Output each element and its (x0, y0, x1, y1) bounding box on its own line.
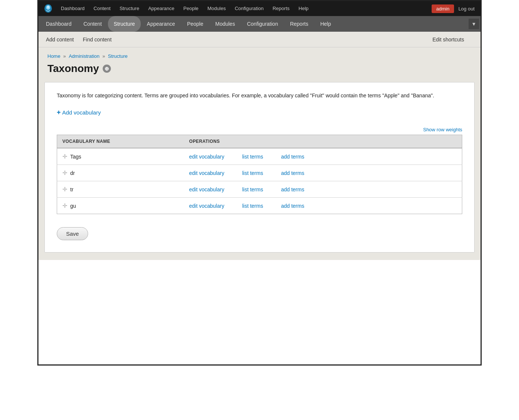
op-edit-vocabulary-link[interactable]: edit vocabulary (189, 203, 224, 209)
svg-point-2 (47, 6, 49, 8)
save-button[interactable]: Save (57, 227, 88, 240)
row-weights-container: Show row weights (57, 127, 462, 132)
add-vocab-plus-icon: + (57, 109, 61, 116)
admin-nav-structure[interactable]: Structure (115, 1, 144, 16)
op-add-terms-link[interactable]: add terms (281, 154, 304, 160)
add-vocabulary-link[interactable]: + Add vocabulary (57, 109, 101, 116)
sec-nav-content[interactable]: Content (78, 16, 108, 32)
admin-nav-appearance[interactable]: Appearance (144, 1, 179, 16)
edit-shortcuts-link[interactable]: Edit shortcuts (432, 37, 464, 43)
op-edit-vocabulary-link[interactable]: edit vocabulary (189, 154, 224, 160)
table-row: ✛tredit vocabularylist termsadd terms (57, 181, 462, 198)
op-add-terms-link[interactable]: add terms (281, 187, 304, 192)
table-row: ✛dredit vocabularylist termsadd terms (57, 165, 462, 181)
op-add-terms-link[interactable]: add terms (281, 170, 304, 176)
op-list-terms-link[interactable]: list terms (242, 170, 263, 176)
breadcrumb: Home » Administration » Structure (38, 47, 481, 61)
drag-handle[interactable]: ✛ (62, 153, 67, 160)
sec-nav-help[interactable]: Help (314, 16, 337, 32)
breadcrumb-sep-1: » (63, 53, 67, 59)
vocab-name-text: dr (70, 170, 75, 176)
operations-cell: edit vocabularylist termsadd terms (184, 198, 462, 214)
admin-nav: Dashboard Content Structure Appearance P… (56, 1, 432, 16)
breadcrumb-structure[interactable]: Structure (108, 53, 128, 59)
breadcrumb-sep-2: » (102, 53, 106, 59)
add-vocabulary-label: Add vocabulary (62, 109, 101, 116)
vocabulary-table-body: ✛Tagsedit vocabularylist termsadd terms✛… (57, 148, 462, 214)
drag-handle[interactable]: ✛ (62, 169, 67, 176)
admin-nav-content[interactable]: Content (89, 1, 115, 16)
main-card: Taxonomy is for categorizing content. Te… (44, 82, 475, 253)
admin-actions: admin Log out (432, 4, 478, 13)
add-taxonomy-icon[interactable]: ⊕ (103, 65, 111, 73)
vocab-name-cell: ✛dr (57, 165, 184, 181)
operations-cell: edit vocabularylist termsadd terms (184, 148, 462, 165)
op-add-terms-link[interactable]: add terms (281, 203, 304, 209)
sec-nav-reports[interactable]: Reports (284, 16, 314, 32)
sec-nav-modules[interactable]: Modules (209, 16, 241, 32)
sec-nav-configuration[interactable]: Configuration (241, 16, 284, 32)
logout-link[interactable]: Log out (456, 4, 478, 13)
sec-nav-appearance[interactable]: Appearance (141, 16, 181, 32)
add-content-link[interactable]: Add content (46, 37, 74, 43)
admin-nav-reports[interactable]: Reports (268, 1, 294, 16)
breadcrumb-administration[interactable]: Administration (69, 53, 99, 59)
op-edit-vocabulary-link[interactable]: edit vocabulary (189, 170, 224, 176)
breadcrumb-home[interactable]: Home (47, 53, 60, 59)
admin-nav-dashboard[interactable]: Dashboard (56, 1, 89, 16)
op-list-terms-link[interactable]: list terms (242, 187, 263, 192)
table-header-row: VOCABULARY NAME OPERATIONS (57, 135, 462, 148)
content-area: Home » Administration » Structure Taxono… (38, 47, 481, 260)
vocab-name-cell: ✛tr (57, 181, 184, 198)
admin-nav-help[interactable]: Help (294, 1, 313, 16)
drag-handle[interactable]: ✛ (62, 202, 67, 209)
vocab-name-cell: ✛Tags (57, 148, 184, 165)
admin-nav-configuration[interactable]: Configuration (230, 1, 268, 16)
operations-cell: edit vocabularylist termsadd terms (184, 181, 462, 198)
vocab-name-text: tr (70, 187, 74, 192)
drag-handle[interactable]: ✛ (62, 186, 67, 193)
operations-cell: edit vocabularylist termsadd terms (184, 165, 462, 181)
vocab-name-text: Tags (70, 154, 81, 160)
sec-nav-dashboard[interactable]: Dashboard (40, 16, 78, 32)
sec-nav-structure[interactable]: Structure (108, 16, 141, 32)
nav-dropdown-button[interactable]: ▼ (469, 19, 479, 29)
vocab-name-cell: ✛gu (57, 198, 184, 214)
page-title-area: Taxonomy ⊕ (38, 61, 481, 82)
admin-user-button[interactable]: admin (432, 4, 454, 13)
find-content-link[interactable]: Find content (83, 37, 112, 43)
admin-bar: Dashboard Content Structure Appearance P… (38, 1, 481, 16)
table-row: ✛Tagsedit vocabularylist termsadd terms (57, 148, 462, 165)
table-row: ✛guedit vocabularylist termsadd terms (57, 198, 462, 214)
admin-nav-modules[interactable]: Modules (203, 1, 230, 16)
op-edit-vocabulary-link[interactable]: edit vocabulary (189, 187, 224, 192)
admin-nav-people[interactable]: People (179, 1, 203, 16)
vocab-name-text: gu (70, 203, 76, 209)
taxonomy-description: Taxonomy is for categorizing content. Te… (57, 91, 462, 100)
shortcuts-bar: Add content Find content Edit shortcuts (38, 32, 481, 47)
op-list-terms-link[interactable]: list terms (242, 203, 263, 209)
page-title: Taxonomy (47, 63, 99, 75)
drupal-logo (41, 2, 55, 15)
secondary-nav: Dashboard Content Structure Appearance P… (38, 16, 481, 32)
col-operations: OPERATIONS (184, 135, 462, 148)
vocabulary-table: VOCABULARY NAME OPERATIONS ✛Tagsedit voc… (57, 135, 462, 214)
sec-nav-people[interactable]: People (181, 16, 209, 32)
op-list-terms-link[interactable]: list terms (242, 154, 263, 160)
col-vocab-name: VOCABULARY NAME (57, 135, 184, 148)
show-row-weights-link[interactable]: Show row weights (423, 127, 462, 132)
